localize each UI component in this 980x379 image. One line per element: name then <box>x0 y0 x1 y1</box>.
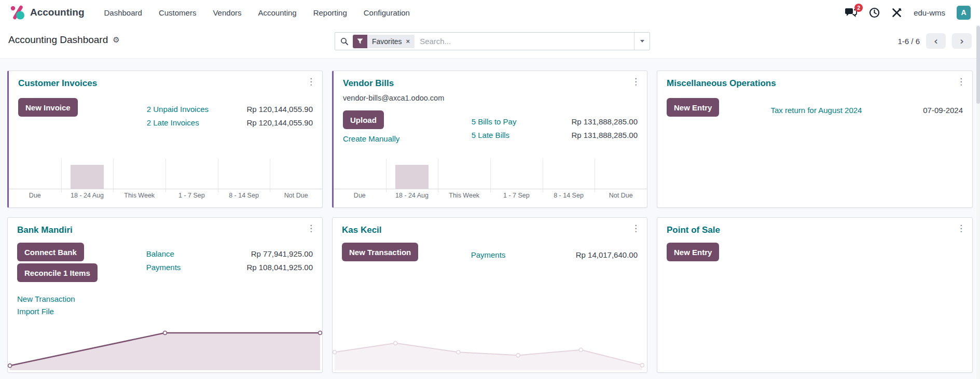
pager-previous-button[interactable]: ‹ <box>926 33 946 49</box>
new-transaction-link[interactable]: New Transaction <box>17 294 75 303</box>
odoo-logo-icon <box>9 5 25 20</box>
kebab-menu-icon[interactable]: ⋮ <box>307 223 315 233</box>
menu-customers[interactable]: Customers <box>159 8 197 17</box>
x-axis-label: 1 - 7 Sep <box>490 192 543 199</box>
chart-gridline <box>595 159 595 192</box>
chart-baseline <box>9 189 322 189</box>
messages-button[interactable]: 2 <box>845 7 858 18</box>
create-manually-link[interactable]: Create Manually <box>343 134 399 143</box>
menu-configuration[interactable]: Configuration <box>364 8 410 17</box>
card-bank-mandiri: Bank Mandiri ⋮ Connect Bank Reconcile 1 … <box>7 217 323 373</box>
invoices-aging-bar-chart: Due18 - 24 AugThis Week1 - 7 Sep8 - 14 S… <box>9 159 322 205</box>
card-title[interactable]: Bank Mandiri <box>17 225 73 235</box>
card-title[interactable]: Point of Sale <box>667 225 720 235</box>
gear-icon[interactable]: ⚙ <box>113 36 119 44</box>
search-dropdown-toggle[interactable] <box>634 33 650 50</box>
activities-button[interactable] <box>869 7 880 18</box>
kebab-menu-icon[interactable]: ⋮ <box>631 76 640 87</box>
balance-amount: Rp 77,941,925.00 <box>251 249 313 258</box>
table-row: Tax return for August 2024 07-09-2024 <box>771 103 963 117</box>
payments-link[interactable]: Payments <box>146 263 181 272</box>
activity-clock-icon <box>869 7 880 18</box>
kebab-menu-icon[interactable]: ⋮ <box>957 223 965 233</box>
balance-link[interactable]: Balance <box>146 249 174 258</box>
card-title[interactable]: Miscellaneous Operations <box>667 78 776 89</box>
chevron-down-icon <box>640 40 644 43</box>
payments-link[interactable]: Payments <box>471 250 506 259</box>
bank-balance-line-chart <box>8 324 322 371</box>
new-transaction-button[interactable]: New Transaction <box>342 243 418 261</box>
card-rows: Payments Rp 14,017,640.00 <box>471 248 638 261</box>
x-axis-label: 18 - 24 Aug <box>386 192 438 199</box>
pager-next-button[interactable]: › <box>952 33 972 49</box>
x-axis-label: 8 - 14 Sep <box>543 192 595 199</box>
table-row: Payments Rp 108,041,925.00 <box>146 260 313 274</box>
scrollbar[interactable] <box>976 25 980 379</box>
kebab-menu-icon[interactable]: ⋮ <box>631 223 640 233</box>
table-row: 2 Late Invoices Rp 120,144,055.90 <box>147 116 313 129</box>
import-file-link[interactable]: Import File <box>17 307 54 316</box>
late-invoices-link[interactable]: 2 Late Invoices <box>147 118 199 127</box>
chart-gridline <box>490 159 491 192</box>
search-icon <box>340 37 349 46</box>
search-facet-favorites: Favorites × <box>353 35 415 48</box>
line-chart-svg <box>8 324 322 371</box>
debug-tools-button[interactable] <box>891 7 902 18</box>
new-invoice-button[interactable]: New Invoice <box>18 98 78 117</box>
new-entry-button[interactable]: New Entry <box>667 243 719 261</box>
app-switcher[interactable]: Accounting <box>9 5 85 20</box>
x-axis-label: 8 - 14 Sep <box>218 192 270 199</box>
kebab-menu-icon[interactable]: ⋮ <box>957 76 965 87</box>
payments-amount: Rp 108,041,925.00 <box>246 263 313 272</box>
table-row: 5 Bills to Pay Rp 131,888,285.00 <box>472 115 638 128</box>
table-row: Payments Rp 14,017,640.00 <box>471 248 638 261</box>
x-axis-label: Not Due <box>595 192 647 199</box>
x-axis-label: Not Due <box>270 192 322 199</box>
card-miscellaneous-operations: Miscellaneous Operations ⋮ New Entry Tax… <box>657 71 973 208</box>
filter-funnel-icon <box>353 35 367 48</box>
chart-gridline <box>438 159 438 192</box>
menu-dashboard[interactable]: Dashboard <box>104 8 142 17</box>
x-axis-labels: Due18 - 24 AugThis Week1 - 7 Sep8 - 14 S… <box>9 192 322 199</box>
late-bills-link[interactable]: 5 Late Bills <box>472 131 509 139</box>
card-title[interactable]: Vendor Bills <box>343 78 394 89</box>
x-axis-label: This Week <box>438 192 490 199</box>
chart-bar <box>395 165 429 189</box>
app-name: Accounting <box>30 7 85 18</box>
bills-to-pay-link[interactable]: 5 Bills to Pay <box>472 117 517 126</box>
late-bills-amount: Rp 131,888,285.00 <box>571 131 638 139</box>
database-name[interactable]: edu-wms <box>914 8 945 17</box>
new-entry-button[interactable]: New Entry <box>667 98 719 117</box>
main-menu: Dashboard Customers Vendors Accounting R… <box>104 8 410 17</box>
kebab-menu-icon[interactable]: ⋮ <box>307 76 315 87</box>
menu-reporting[interactable]: Reporting <box>313 8 347 17</box>
scrollbar-thumb[interactable] <box>976 26 980 104</box>
tax-return-date: 07-09-2024 <box>923 106 963 115</box>
search-input[interactable] <box>420 37 634 46</box>
card-vendor-bills: Vendor Bills ⋮ vendor-bills@axca1.odoo.c… <box>332 71 647 208</box>
unpaid-invoices-link[interactable]: 2 Unpaid Invoices <box>147 105 209 114</box>
payments-amount: Rp 14,017,640.00 <box>576 250 638 259</box>
search-bar[interactable]: Favorites × <box>335 32 650 50</box>
tax-return-link[interactable]: Tax return for August 2024 <box>771 106 862 115</box>
chart-gridline <box>61 159 62 192</box>
menu-vendors[interactable]: Vendors <box>213 8 241 17</box>
card-customer-invoices: Customer Invoices ⋮ New Invoice 2 Unpaid… <box>7 71 323 208</box>
remove-facet-icon[interactable]: × <box>406 37 410 45</box>
chevron-right-icon: › <box>960 36 964 46</box>
reconcile-items-button[interactable]: Reconcile 1 Items <box>17 263 98 282</box>
table-row: Balance Rp 77,941,925.00 <box>146 247 313 260</box>
line-chart-svg <box>333 336 647 371</box>
x-axis-label: This Week <box>113 192 165 199</box>
connect-bank-button[interactable]: Connect Bank <box>17 243 84 261</box>
pager: 1-6 / 6 ‹ › <box>898 33 972 49</box>
bills-aging-bar-chart: Due18 - 24 AugThis Week1 - 7 Sep8 - 14 S… <box>334 159 647 205</box>
x-axis-label: Due <box>334 192 386 199</box>
x-axis-label: 18 - 24 Aug <box>61 192 114 199</box>
card-title[interactable]: Kas Kecil <box>342 225 382 235</box>
user-avatar[interactable]: A <box>957 6 971 20</box>
bills-to-pay-amount: Rp 131,888,285.00 <box>571 117 638 126</box>
upload-button[interactable]: Upload <box>343 110 384 129</box>
menu-accounting[interactable]: Accounting <box>258 8 296 17</box>
card-title[interactable]: Customer Invoices <box>18 78 97 89</box>
